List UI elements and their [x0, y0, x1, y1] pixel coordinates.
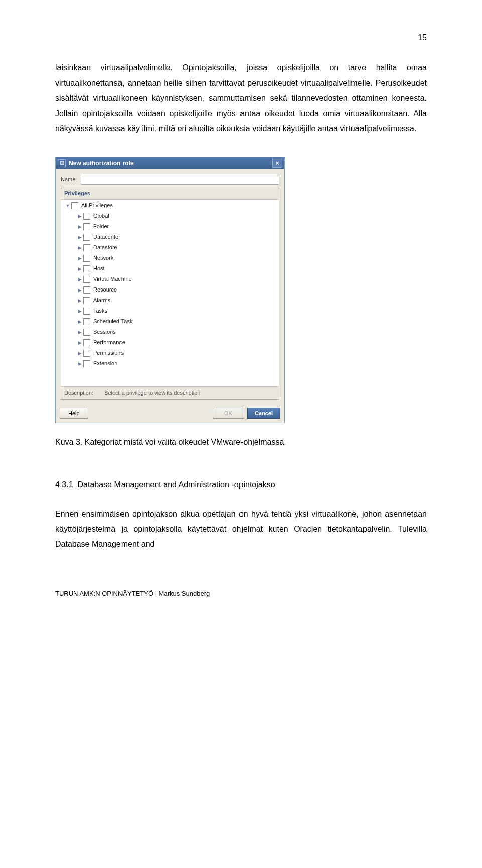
tree-item-label: Global	[93, 213, 109, 219]
checkbox[interactable]	[83, 329, 90, 336]
tree-item-label: Sessions	[93, 329, 116, 335]
checkbox[interactable]	[83, 308, 90, 315]
chevron-right-icon[interactable]	[76, 298, 83, 304]
footer: TURUN AMK:N OPINNÄYTETYÖ | Markus Sundbe…	[55, 588, 427, 600]
close-icon[interactable]: ×	[272, 159, 282, 168]
dialog-body: Name: Privileges All PrivilegesGlobalFol…	[56, 169, 284, 403]
help-button[interactable]: Help	[60, 408, 88, 419]
tree-item[interactable]: Resource	[61, 285, 279, 296]
tree-item[interactable]: Host	[61, 264, 279, 274]
tree-item[interactable]: Performance	[61, 338, 279, 348]
dialog-title: New authorization role	[69, 160, 272, 167]
chevron-right-icon[interactable]	[76, 266, 83, 272]
name-row: Name:	[61, 174, 279, 185]
authorization-dialog: New authorization role × Name: Privilege…	[55, 157, 285, 423]
description-label: Description:	[64, 390, 93, 396]
section-heading: 4.3.1 Database Management and Administra…	[55, 477, 427, 492]
checkbox[interactable]	[83, 213, 90, 220]
body-paragraph-1: laisinkaan virtuaalipalvelimelle. Opinto…	[55, 60, 427, 136]
page-number: 15	[55, 30, 427, 45]
checkbox[interactable]	[83, 318, 90, 325]
checkbox[interactable]	[71, 202, 78, 209]
tree-item-label: Scheduled Task	[93, 318, 132, 325]
tree-item[interactable]: All Privileges	[61, 201, 279, 211]
tree-item[interactable]: Tasks	[61, 306, 279, 317]
checkbox[interactable]	[83, 234, 90, 241]
chevron-right-icon[interactable]	[76, 287, 83, 293]
chevron-right-icon[interactable]	[76, 330, 83, 335]
tree-item[interactable]: Folder	[61, 222, 279, 232]
tree-item-label: Virtual Machine	[93, 276, 132, 282]
checkbox[interactable]	[83, 265, 90, 272]
dialog-titlebar: New authorization role ×	[56, 157, 284, 169]
tree-item[interactable]: Datacenter	[61, 232, 279, 243]
tree-item-label: Network	[93, 255, 113, 261]
privileges-header: Privileges	[61, 188, 279, 199]
tree-item[interactable]: Network	[61, 253, 279, 264]
checkbox[interactable]	[83, 297, 90, 304]
tree-item[interactable]: Virtual Machine	[61, 274, 279, 285]
tree-item[interactable]: Datastore	[61, 243, 279, 253]
checkbox[interactable]	[83, 244, 90, 251]
name-label: Name:	[61, 176, 77, 183]
description-value: Select a privilege to view its descripti…	[104, 390, 200, 396]
body-paragraph-2: Ennen ensimmäisen opintojakson alkua ope…	[55, 507, 427, 552]
tree-item-label: Folder	[93, 223, 109, 230]
window-icon	[58, 159, 66, 167]
tree-item-label: Performance	[93, 339, 125, 346]
checkbox[interactable]	[83, 286, 90, 294]
tree-item-label: Resource	[93, 286, 117, 293]
checkbox[interactable]	[83, 255, 90, 262]
chevron-right-icon[interactable]	[76, 319, 83, 325]
tree-item-label: Tasks	[93, 308, 107, 314]
chevron-right-icon[interactable]	[76, 340, 83, 346]
chevron-right-icon[interactable]	[76, 214, 83, 219]
ok-button[interactable]: OK	[213, 408, 244, 419]
chevron-right-icon[interactable]	[76, 351, 83, 356]
privileges-panel: Privileges All PrivilegesGlobalFolderDat…	[61, 188, 279, 399]
checkbox[interactable]	[83, 350, 90, 357]
chevron-right-icon[interactable]	[76, 277, 83, 282]
tree-item[interactable]: Sessions	[61, 327, 279, 338]
tree-item-label: All Privileges	[81, 202, 113, 209]
chevron-down-icon[interactable]	[64, 203, 71, 209]
chevron-right-icon[interactable]	[76, 256, 83, 261]
tree-item[interactable]: Global	[61, 211, 279, 222]
section-number: 4.3.1	[55, 480, 73, 489]
checkbox[interactable]	[83, 360, 90, 367]
name-input[interactable]	[81, 174, 279, 185]
tree-item[interactable]: Extension	[61, 359, 279, 369]
chevron-right-icon[interactable]	[76, 224, 83, 230]
chevron-right-icon[interactable]	[76, 245, 83, 251]
tree-item-label: Extension	[93, 360, 117, 367]
checkbox[interactable]	[83, 339, 90, 346]
chevron-right-icon[interactable]	[76, 235, 83, 240]
description-row: Description: Select a privilege to view …	[61, 386, 279, 399]
chevron-right-icon[interactable]	[76, 309, 83, 314]
figure-caption: Kuva 3. Kategoriat mistä voi valita oike…	[55, 435, 427, 450]
section-title: Database Management and Administration -…	[77, 480, 275, 489]
tree-item-label: Host	[93, 265, 105, 272]
tree-item[interactable]: Scheduled Task	[61, 317, 279, 327]
tree-item-label: Datacenter	[93, 234, 120, 240]
button-row: Help OK Cancel	[56, 404, 284, 423]
tree-item[interactable]: Permissions	[61, 348, 279, 359]
tree-item-label: Alarms	[93, 297, 110, 304]
checkbox[interactable]	[83, 223, 90, 230]
checkbox[interactable]	[83, 276, 90, 283]
privileges-tree: All PrivilegesGlobalFolderDatacenterData…	[61, 200, 279, 386]
cancel-button[interactable]: Cancel	[247, 408, 280, 419]
chevron-right-icon[interactable]	[76, 361, 83, 367]
tree-item-label: Datastore	[93, 244, 117, 251]
tree-item[interactable]: Alarms	[61, 296, 279, 306]
tree-item-label: Permissions	[93, 350, 124, 356]
